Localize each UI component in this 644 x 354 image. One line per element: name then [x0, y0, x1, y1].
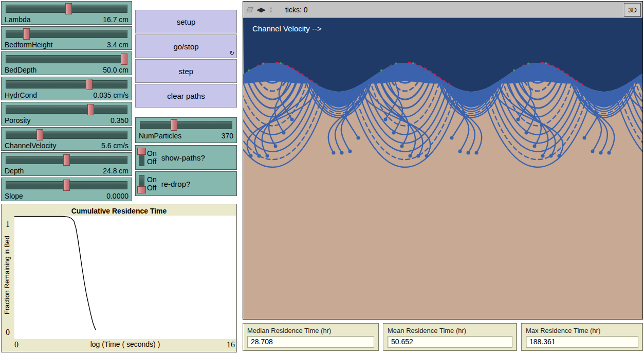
switch-name: show-paths?: [161, 153, 205, 162]
numparticles-slider-slot: NumParticles 370: [135, 117, 237, 143]
slider-label: BedDepth: [5, 66, 36, 74]
ticks-counter: ticks: 0: [285, 6, 308, 14]
switch-track[interactable]: [139, 175, 144, 192]
slider-thumb[interactable]: [36, 129, 43, 140]
switch-thumb[interactable]: [137, 186, 146, 193]
particle-dot: [257, 154, 261, 158]
switch-show-paths[interactable]: On Off show-paths?: [135, 145, 237, 170]
monitor-value: 50.652: [388, 336, 512, 348]
particle-dot: [475, 151, 479, 155]
slider-track[interactable]: [6, 55, 127, 63]
switches-panel: On Off show-paths? On Off re-drop?: [135, 145, 237, 198]
particle-dot: [282, 131, 286, 135]
plot-title: Cumulative Residence Time: [2, 207, 236, 215]
button-go-stop[interactable]: go/stop ↻: [135, 34, 237, 58]
slider-label: Lambda: [5, 15, 31, 24]
monitor-label: Max Residence Time (hr): [526, 327, 638, 334]
particle-dot: [384, 118, 388, 121]
particle-dot: [549, 154, 553, 158]
monitor-label: Mean Residence Time (hr): [388, 327, 512, 334]
resize-view-icon[interactable]: [246, 7, 253, 12]
slider-value: 3.4 cm: [107, 41, 128, 49]
tracer-dot: [380, 69, 382, 72]
monitors-row: Median Residence Time (hr) 28.708 Mean R…: [243, 323, 643, 351]
slider-channelvelocity: ChannelVelocity 5.6 cm/s: [1, 127, 132, 151]
tracer-dot: [513, 69, 515, 72]
slider-value: 0.035 cm/s: [94, 91, 128, 99]
switch-track[interactable]: [139, 149, 144, 166]
particle-dot: [348, 150, 352, 153]
slider-thumb[interactable]: [23, 28, 30, 40]
channel-velocity-label: Channel Velocity -->: [252, 24, 322, 33]
plot-y-axis-label: Fraction Remaining in Bed: [3, 229, 11, 322]
world-canvas[interactable]: Channel Velocity -->: [243, 18, 642, 319]
speed-arrows-icon[interactable]: ◀▶: [256, 6, 265, 13]
monitor-value: 188.361: [526, 336, 638, 348]
netlogo-app-window: { "sliders": [ {"name":"Lambda","value":…: [0, 0, 644, 354]
particle-dot: [417, 154, 420, 158]
slider-track[interactable]: [6, 131, 127, 139]
switch-on-label: On: [147, 175, 157, 184]
particle-dot: [450, 136, 454, 140]
switch-re-drop[interactable]: On Off re-drop?: [135, 171, 237, 196]
slider-track[interactable]: [6, 5, 127, 13]
view-3d-button[interactable]: 3D: [624, 3, 641, 17]
particle-dot: [340, 151, 344, 155]
slider-track[interactable]: [6, 156, 127, 164]
slider-track[interactable]: [6, 181, 127, 189]
particle-dot: [425, 154, 429, 158]
slider-label: NumParticles: [139, 132, 181, 140]
button-label: setup: [177, 17, 196, 26]
slider-slope: Slope 0.0000: [1, 178, 132, 201]
residence-time-curve: [14, 217, 96, 330]
particle-dot: [517, 118, 520, 121]
switch-off-label: Off: [147, 184, 157, 192]
button-step[interactable]: step: [135, 59, 237, 83]
plot-xtick-16: 16: [227, 340, 235, 349]
slider-value: 370: [222, 132, 233, 140]
plot-cumulative-residence-time: Cumulative Residence Time 1 0 Fraction R…: [1, 204, 237, 352]
control-buttons-panel: setup go/stop ↻ step clear paths: [135, 10, 237, 109]
particle-dot: [290, 118, 294, 121]
slider-track[interactable]: [6, 80, 127, 88]
slider-porosity: Porosity 0.350: [1, 102, 132, 126]
tracer-dot: [545, 62, 547, 64]
slider-track[interactable]: [140, 121, 232, 129]
slider-label: ChannelVelocity: [5, 141, 56, 150]
slider-bedformheight: BedformHeight 3.4 cm: [1, 26, 132, 50]
switch-name: re-drop?: [161, 180, 191, 188]
monitor-1: Mean Residence Time (hr) 50.652: [383, 323, 517, 351]
slider-thumb[interactable]: [63, 154, 70, 166]
slider-thumb[interactable]: [65, 3, 72, 14]
slider-value: 24.8 cm: [103, 167, 128, 175]
simulation-graphics: [243, 18, 642, 319]
switch-off-label: Off: [147, 157, 157, 166]
slider-lambda: Lambda 16.7 cm: [1, 1, 132, 25]
button-setup[interactable]: setup: [135, 10, 237, 33]
slider-thumb[interactable]: [121, 54, 127, 65]
particle-dot: [266, 154, 269, 158]
switch-thumb[interactable]: [137, 148, 146, 155]
slider-numparticles: NumParticles 370: [135, 117, 237, 143]
slider-thumb[interactable]: [87, 104, 94, 115]
particle-dot: [525, 131, 528, 135]
tracer-dot: [412, 62, 414, 64]
particle-dot: [599, 151, 603, 155]
button-clear-paths[interactable]: clear paths: [135, 84, 237, 108]
stepper-icon[interactable]: ▲▼: [269, 6, 273, 13]
slider-thumb[interactable]: [171, 119, 177, 131]
slider-value: 0.0000: [106, 192, 128, 200]
slider-thumb[interactable]: [86, 79, 93, 90]
plot-ytick-0: 0: [6, 328, 10, 337]
slider-label: Slope: [5, 192, 23, 200]
forever-icon: ↻: [229, 49, 234, 57]
slider-track[interactable]: [6, 30, 127, 38]
monitor-label: Median Residence Time (hr): [247, 327, 374, 334]
particle-dot: [392, 131, 396, 135]
slider-thumb[interactable]: [63, 180, 70, 191]
slider-track[interactable]: [6, 105, 127, 114]
particle-dot: [608, 151, 611, 155]
tracer-dot: [280, 62, 282, 64]
particle-dot: [467, 151, 470, 155]
tracer-dot: [527, 63, 529, 65]
